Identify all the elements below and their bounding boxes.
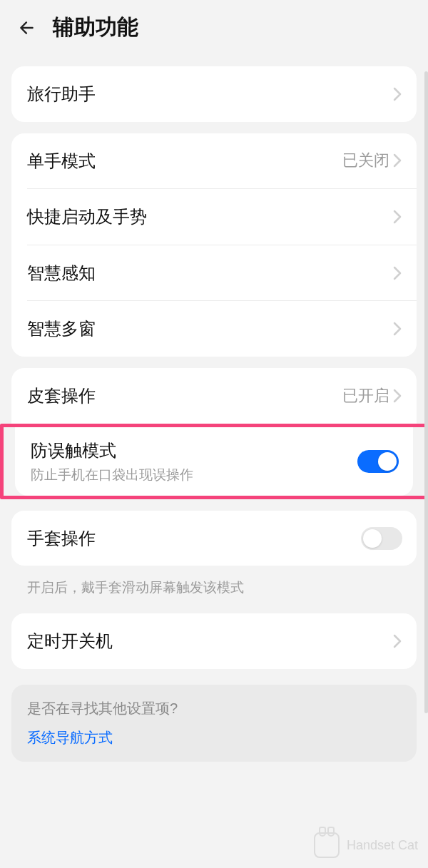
label: 智慧多窗 <box>27 317 392 341</box>
row-smart-sense[interactable]: 智慧感知 <box>11 245 417 301</box>
row-travel-assistant[interactable]: 旅行助手 <box>11 66 417 122</box>
label: 快捷启动及手势 <box>27 205 392 229</box>
chevron-right-icon <box>392 152 402 169</box>
row-smart-multiwindow[interactable]: 智慧多窗 <box>11 301 417 357</box>
group-glove: 手套操作 <box>11 511 417 566</box>
group-cover-bottom: 防误触模式 防止手机在口袋出现误操作 <box>15 427 413 496</box>
chevron-right-icon <box>392 633 402 650</box>
label: 定时开关机 <box>27 629 392 653</box>
highlight-pocket-mode: 防误触模式 防止手机在口袋出现误操作 <box>0 424 428 499</box>
group-power: 定时开关机 <box>11 613 417 669</box>
chevron-right-icon <box>392 265 402 282</box>
label: 皮套操作 <box>27 384 342 408</box>
row-pocket-mode[interactable]: 防误触模式 防止手机在口袋出现误操作 <box>15 427 413 496</box>
footer-card: 是否在寻找其他设置项? 系统导航方式 <box>11 685 417 762</box>
label: 手套操作 <box>27 526 361 551</box>
group-cover-top: 皮套操作 已开启 <box>11 368 417 424</box>
toggle-pocket-mode[interactable] <box>357 450 399 473</box>
page-title: 辅助功能 <box>53 13 138 42</box>
label: 智慧感知 <box>27 261 392 285</box>
toggle-knob <box>363 529 382 548</box>
group-modes: 单手模式 已关闭 快捷启动及手势 智慧感知 智慧多窗 <box>11 133 417 357</box>
subtitle: 防止手机在口袋出现误操作 <box>31 466 357 484</box>
watermark-text: Handset Cat <box>347 838 418 853</box>
toggle-glove-mode[interactable] <box>361 527 402 550</box>
chevron-right-icon <box>392 208 402 225</box>
label: 单手模式 <box>27 149 342 173</box>
content: 旅行助手 单手模式 已关闭 快捷启动及手势 智慧感知 <box>0 66 428 424</box>
toggle-knob <box>378 452 397 471</box>
group-travel: 旅行助手 <box>11 66 417 122</box>
label: 防误触模式 <box>31 439 357 463</box>
content-continued: 手套操作 开启后，戴手套滑动屏幕触发该模式 定时开关机 是否在寻找其他设置项? … <box>0 511 428 762</box>
row-scheduled-power[interactable]: 定时开关机 <box>11 613 417 669</box>
footer-question: 是否在寻找其他设置项? <box>27 699 401 718</box>
chevron-right-icon <box>392 86 402 103</box>
back-button[interactable] <box>17 18 37 38</box>
row-one-hand-mode[interactable]: 单手模式 已关闭 <box>11 133 417 189</box>
row-gestures[interactable]: 快捷启动及手势 <box>11 189 417 245</box>
label: 旅行助手 <box>27 82 392 106</box>
chevron-right-icon <box>392 387 402 404</box>
row-glove-mode[interactable]: 手套操作 <box>11 511 417 566</box>
cat-icon <box>314 832 340 858</box>
arrow-left-icon <box>18 19 36 37</box>
value: 已关闭 <box>342 150 389 171</box>
header: 辅助功能 <box>0 0 428 55</box>
row-cover-operation[interactable]: 皮套操作 已开启 <box>11 368 417 424</box>
watermark: Handset Cat <box>314 832 418 858</box>
glove-hint: 开启后，戴手套滑动屏幕触发该模式 <box>11 566 417 602</box>
value: 已开启 <box>342 385 389 407</box>
footer-link-navigation[interactable]: 系统导航方式 <box>27 728 401 747</box>
chevron-right-icon <box>392 320 402 337</box>
scrollbar[interactable] <box>424 71 428 713</box>
